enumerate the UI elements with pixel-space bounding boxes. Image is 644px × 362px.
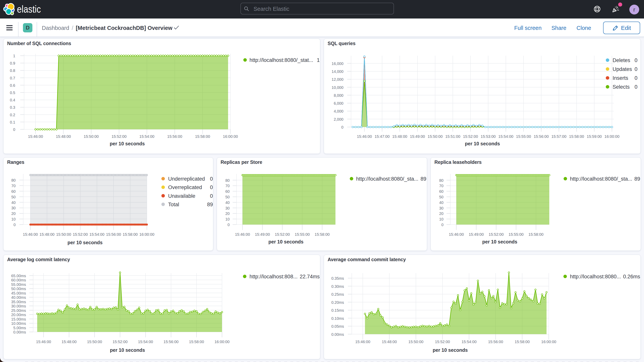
svg-text:10,000: 10,000 — [332, 86, 344, 90]
svg-text:0: 0 — [210, 193, 213, 199]
svg-text:15:58:00: 15:58:00 — [315, 232, 330, 236]
svg-text:15:50:00: 15:50:00 — [87, 340, 102, 344]
svg-text:per 10 seconds: per 10 seconds — [268, 239, 304, 244]
svg-text:0.26ms: 0.26ms — [623, 274, 640, 280]
svg-text:0.35ms: 0.35ms — [331, 276, 344, 280]
svg-text:89: 89 — [420, 176, 426, 182]
svg-text:15:52:00: 15:52:00 — [435, 340, 450, 344]
svg-text:0.10ms: 0.10ms — [331, 316, 344, 320]
svg-text:16,000: 16,000 — [332, 62, 344, 66]
svg-text:80: 80 — [12, 178, 16, 182]
svg-text:45.00ms: 45.00ms — [11, 291, 26, 295]
svg-text:15:52:00: 15:52:00 — [275, 232, 290, 236]
svg-text:10.00ms: 10.00ms — [11, 321, 26, 326]
svg-text:Unavailable: Unavailable — [168, 193, 195, 199]
svg-text:Underreplicated: Underreplicated — [168, 176, 205, 182]
svg-text:0.3: 0.3 — [10, 105, 15, 110]
svg-text:40.00ms: 40.00ms — [11, 295, 26, 300]
svg-text:15:46:00: 15:46:00 — [357, 134, 372, 138]
svg-text:20.00ms: 20.00ms — [11, 313, 26, 317]
svg-text:15:54:00: 15:54:00 — [90, 232, 104, 236]
svg-text:16:00:00: 16:00:00 — [214, 340, 230, 344]
svg-text:per 10 seconds: per 10 seconds — [465, 141, 500, 146]
svg-text:25.00ms: 25.00ms — [11, 308, 26, 313]
svg-text:0: 0 — [634, 66, 638, 72]
svg-text:http://localhost:8080...: http://localhost:8080... — [570, 274, 621, 280]
svg-text:40: 40 — [439, 200, 444, 205]
svg-text:0: 0 — [341, 125, 344, 129]
svg-text:6,000: 6,000 — [334, 101, 344, 106]
svg-text:60: 60 — [12, 189, 16, 194]
svg-text:15:52:00: 15:52:00 — [73, 232, 88, 236]
svg-text:10: 10 — [226, 217, 230, 221]
svg-text:15:48:00: 15:48:00 — [392, 134, 407, 138]
svg-text:55.00ms: 55.00ms — [11, 282, 26, 287]
svg-text:15:47:00: 15:47:00 — [375, 134, 390, 138]
svg-text:15:58:00: 15:58:00 — [569, 134, 584, 138]
svg-text:15:46:00: 15:46:00 — [449, 232, 464, 236]
svg-text:5.00ms: 5.00ms — [13, 326, 26, 330]
svg-text:1: 1 — [317, 57, 320, 63]
svg-text:10: 10 — [439, 217, 444, 221]
svg-text:30: 30 — [439, 206, 444, 210]
svg-text:30: 30 — [226, 206, 230, 210]
svg-text:0: 0 — [14, 223, 16, 227]
svg-text:70: 70 — [12, 184, 16, 188]
svg-text:Overreplicated: Overreplicated — [168, 184, 202, 190]
svg-text:0: 0 — [210, 184, 213, 190]
svg-text:15:52:00: 15:52:00 — [488, 232, 504, 236]
svg-text:15:54:00: 15:54:00 — [138, 340, 153, 344]
svg-text:1: 1 — [13, 54, 15, 58]
svg-text:0.00ms: 0.00ms — [13, 330, 26, 334]
svg-text:0.15ms: 0.15ms — [331, 308, 344, 312]
svg-text:15:49:00: 15:49:00 — [255, 232, 270, 236]
svg-text:15:52:00: 15:52:00 — [463, 134, 478, 138]
svg-text:0.20ms: 0.20ms — [331, 300, 344, 304]
svg-text:70: 70 — [226, 184, 230, 188]
svg-text:per 10 seconds: per 10 seconds — [482, 239, 517, 244]
svg-text:15:50:00: 15:50:00 — [428, 134, 443, 138]
svg-text:15:59:00: 15:59:00 — [587, 134, 602, 138]
svg-text:20: 20 — [439, 212, 444, 216]
svg-text:15:48:00: 15:48:00 — [382, 340, 397, 344]
svg-text:15:57:00: 15:57:00 — [552, 134, 566, 138]
svg-text:15:53:00: 15:53:00 — [481, 134, 496, 138]
svg-text:65.00ms: 65.00ms — [11, 274, 26, 278]
svg-text:12,000: 12,000 — [332, 77, 344, 82]
svg-text:0.8: 0.8 — [10, 68, 15, 73]
svg-text:16:00:00: 16:00:00 — [604, 134, 620, 138]
svg-text:0.25ms: 0.25ms — [331, 292, 344, 296]
svg-text:0.2: 0.2 — [10, 113, 15, 117]
svg-text:15:52:00: 15:52:00 — [112, 134, 126, 138]
svg-text:70: 70 — [439, 184, 444, 188]
svg-text:15:56:00: 15:56:00 — [167, 134, 182, 138]
svg-text:15:50:00: 15:50:00 — [84, 134, 99, 138]
svg-text:89: 89 — [634, 176, 640, 182]
svg-text:89: 89 — [207, 202, 213, 208]
svg-text:15:46:00: 15:46:00 — [28, 134, 43, 138]
svg-text:14,000: 14,000 — [332, 70, 344, 74]
svg-text:20: 20 — [12, 212, 16, 216]
svg-text:15:56:00: 15:56:00 — [488, 340, 503, 344]
svg-text:Deletes: Deletes — [612, 58, 630, 63]
svg-text:15:52:00: 15:52:00 — [112, 340, 128, 344]
svg-text:0.4: 0.4 — [10, 98, 15, 102]
svg-text:0.6: 0.6 — [10, 83, 15, 88]
svg-text:15:46:00: 15:46:00 — [23, 232, 38, 236]
svg-text:15:49:00: 15:49:00 — [469, 232, 484, 236]
svg-text:15:50:00: 15:50:00 — [408, 340, 424, 344]
svg-text:15:48:00: 15:48:00 — [40, 232, 54, 236]
svg-text:0.7: 0.7 — [10, 76, 15, 80]
svg-text:50: 50 — [12, 195, 16, 199]
svg-text:15:55:00: 15:55:00 — [295, 232, 310, 236]
svg-text:0: 0 — [210, 176, 213, 182]
svg-text:35.00ms: 35.00ms — [11, 300, 26, 304]
svg-text:16:00:00: 16:00:00 — [223, 134, 238, 138]
svg-text:Selects: Selects — [612, 84, 630, 90]
svg-text:8,000: 8,000 — [334, 93, 344, 98]
svg-text:15:58:00: 15:58:00 — [195, 134, 210, 138]
svg-text:50: 50 — [439, 195, 444, 199]
svg-text:40: 40 — [226, 200, 230, 205]
svg-text:15:54:00: 15:54:00 — [140, 134, 154, 138]
svg-text:http://localhost:808...: http://localhost:808... — [250, 274, 298, 280]
